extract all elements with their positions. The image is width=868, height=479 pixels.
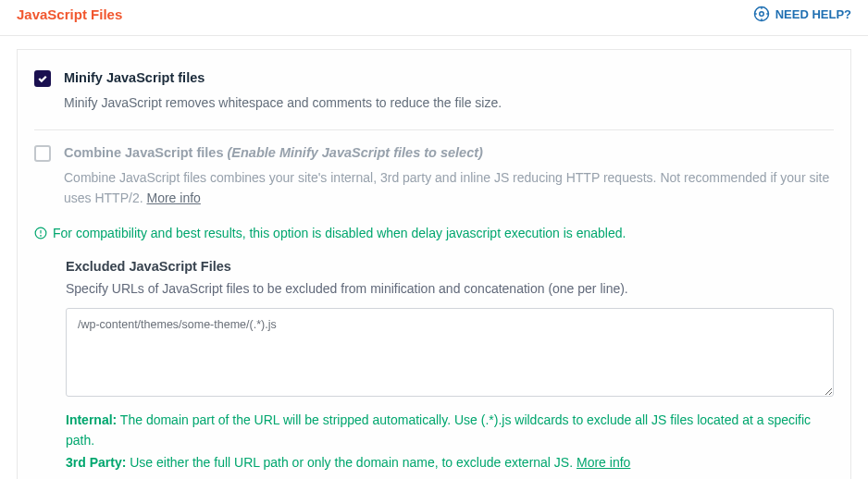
compatibility-notice: For compatibility and best results, this… (18, 222, 850, 240)
minify-option-block: Minify JavaScript files Minify JavaScrip… (18, 50, 850, 143)
page-title: JavaScript Files (17, 6, 122, 22)
excluded-title: Excluded JavaScript Files (66, 259, 834, 274)
section-header: JavaScript Files NEED HELP? (0, 0, 868, 36)
combine-checkbox (34, 145, 51, 162)
excluded-block: Excluded JavaScript Files Specify URLs o… (18, 240, 850, 479)
svg-point-4 (41, 235, 42, 236)
minify-title: Minify JavaScript files (64, 68, 834, 89)
combine-desc: Combine JavaScript files combines your s… (64, 167, 834, 209)
notice-text: For compatibility and best results, this… (53, 226, 626, 240)
divider (34, 129, 834, 130)
combine-hint: (Enable Minify JavaScript files to selec… (227, 145, 482, 160)
info-icon (34, 227, 47, 240)
need-help-button[interactable]: NEED HELP? (753, 6, 851, 22)
combine-title: Combine JavaScript files (Enable Minify … (64, 143, 834, 164)
help-icon (753, 6, 770, 22)
excluded-internal-hint: Internal: The domain part of the URL wil… (66, 411, 834, 450)
excluded-textarea[interactable]: /wp-content/themes/some-theme/(.*).js (66, 308, 834, 397)
settings-panel: Minify JavaScript files Minify JavaScrip… (17, 49, 851, 479)
minify-desc: Minify JavaScript removes whitespace and… (64, 92, 834, 113)
excluded-more-info-link[interactable]: More info (577, 455, 630, 470)
combine-more-info-link[interactable]: More info (146, 190, 200, 205)
excluded-desc: Specify URLs of JavaScript files to be e… (66, 279, 834, 300)
excluded-thirdparty-hint: 3rd Party: Use either the full URL path … (66, 453, 834, 473)
check-icon (37, 73, 48, 84)
svg-point-1 (759, 12, 763, 17)
need-help-label: NEED HELP? (775, 7, 851, 21)
combine-option-block: Combine JavaScript files (Enable Minify … (18, 143, 850, 222)
minify-checkbox[interactable] (34, 70, 51, 87)
